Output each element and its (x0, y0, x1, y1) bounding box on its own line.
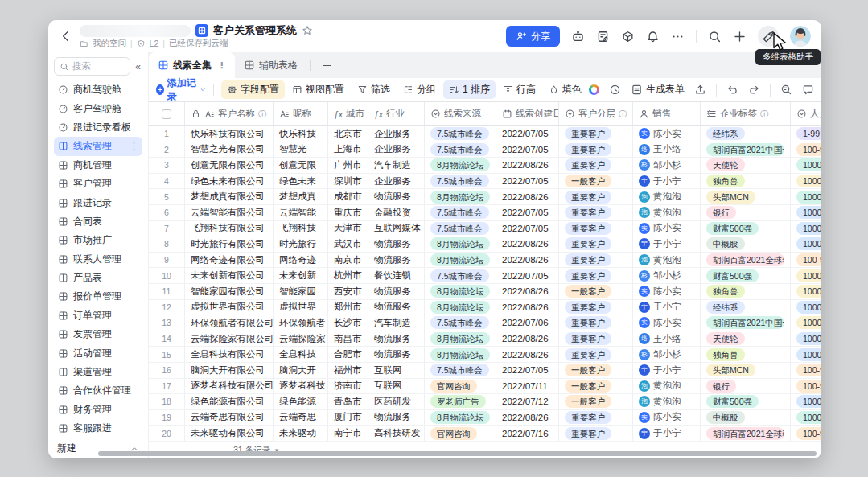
cell-nickname[interactable]: 创意无限 (274, 158, 328, 173)
history-clock-icon[interactable] (609, 84, 621, 96)
cell-company-tags[interactable]: 银行 (701, 205, 791, 220)
cell-nickname[interactable]: 云端智能 (274, 205, 328, 220)
cell-created-date[interactable]: 2022/07/05 (496, 221, 559, 236)
table-row[interactable]: 20未来驱动有限公司未来驱动南宁市高科技研发官网咨询2022/07/16重要客户… (149, 426, 821, 442)
cell-created-date[interactable]: 2022/07/05 (496, 268, 559, 283)
sidebar-item-报价单管理[interactable]: 报价单管理 (54, 287, 142, 306)
cell-industry[interactable]: 互联网媒体 (368, 221, 425, 236)
cell-customer-name[interactable]: 虚拟世界有限公司 (185, 300, 274, 315)
cell-city[interactable]: 厦门市 (328, 410, 368, 426)
select-all-cell[interactable] (149, 102, 185, 125)
row-number[interactable]: 2 (149, 142, 185, 158)
cell-sales[interactable]: 宁于小宁 (633, 426, 701, 441)
cell-lead-source[interactable]: 8月物流论坛 (425, 300, 496, 315)
row-number[interactable]: 16 (149, 363, 185, 378)
cell-created-date[interactable]: 2022/07/05 (496, 205, 559, 220)
cell-sales[interactable]: 泡黄泡泡 (633, 394, 701, 409)
table-row[interactable]: 8时光旅行有限公司时光旅行武汉市物流服务8月物流论坛2022/08/26重要客户… (149, 236, 821, 253)
row-number[interactable]: 15 (149, 347, 185, 362)
table-row[interactable]: 2智慧之光有限公司智慧光上海市企业服务7.5城市峰会2022/07/05重要客户… (149, 142, 821, 158)
cell-people-scale[interactable]: 100-99 (791, 379, 821, 394)
cell-company-tags[interactable]: 胡润百富2021中国十… (701, 315, 791, 331)
select-all-checkbox[interactable] (162, 109, 171, 119)
cell-nickname[interactable]: 云端奇思 (274, 410, 328, 426)
cell-customer-layer[interactable]: 重要客户 (559, 331, 633, 347)
cell-customer-name[interactable]: 未来创新有限公司 (185, 268, 274, 283)
cell-nickname[interactable]: 飞翔科技 (274, 221, 328, 236)
cell-people-scale[interactable]: 100-99 (791, 426, 821, 441)
cell-city[interactable]: 西安市 (328, 284, 368, 299)
row-number[interactable]: 8 (149, 236, 185, 252)
cell-lead-source[interactable]: 官网咨询 (425, 426, 496, 441)
sidebar-item-联系人管理[interactable]: 联系人管理 (54, 250, 142, 269)
cell-created-date[interactable]: 2022/07/05 (496, 126, 559, 142)
cell-industry[interactable]: 金融投资 (368, 205, 425, 220)
cell-lead-source[interactable]: 8月物流论坛 (425, 189, 496, 204)
cell-city[interactable]: 南宁市 (328, 426, 368, 441)
row-number[interactable]: 9 (149, 253, 185, 268)
cell-people-scale[interactable]: 1000-9 (791, 347, 821, 362)
cell-lead-source[interactable]: 7.5城市峰会 (425, 363, 496, 378)
cell-industry[interactable]: 医药研发 (368, 394, 425, 409)
cell-customer-layer[interactable]: 重要客户 (559, 300, 633, 315)
cell-industry[interactable]: 物流服务 (368, 189, 425, 204)
cell-industry[interactable]: 企业服务 (368, 126, 425, 142)
cell-nickname[interactable]: 绿色未来 (274, 174, 328, 189)
table-row[interactable]: 7飞翔科技有限公司飞翔科技天津市互联网媒体7.5城市峰会2022/07/05重要… (149, 221, 821, 237)
row-number[interactable]: 18 (149, 394, 185, 409)
cell-industry[interactable]: 汽车制造 (368, 315, 425, 331)
cell-nickname[interactable]: 云端探险家 (274, 331, 328, 347)
cell-customer-name[interactable]: 逐梦者科技有限公司 (185, 379, 274, 394)
cell-lead-source[interactable]: 7.5城市峰会 (425, 174, 496, 189)
cell-city[interactable]: 重庆市 (328, 205, 368, 220)
toolbar-button-1 排序[interactable]: 1 排序 (443, 80, 496, 99)
column-header-客户名称[interactable]: 客户名称ⓘ (185, 102, 274, 125)
cell-people-scale[interactable]: 10000 (791, 315, 821, 331)
cell-lead-source[interactable]: 8月物流论坛 (425, 410, 496, 426)
cell-people-scale[interactable]: 10000 (791, 189, 821, 204)
cell-industry[interactable]: 汽车制造 (368, 158, 425, 173)
cell-industry[interactable]: 物流服务 (368, 331, 425, 347)
cell-lead-source[interactable]: 8月物流论坛 (425, 331, 496, 347)
cell-company-tags[interactable]: 中概股 (701, 236, 791, 252)
cell-customer-name[interactable]: 智慧之光有限公司 (185, 142, 274, 158)
cell-created-date[interactable]: 2022/07/06 (496, 315, 559, 331)
sidebar-item-活动管理[interactable]: 活动管理 (54, 343, 142, 362)
notification-bell-icon[interactable] (646, 30, 660, 43)
cell-sales[interactable]: 实陈小实 (633, 221, 701, 236)
table-row[interactable]: 14云端探险家有限公司云端探险家南昌市物流服务8月物流论坛2022/08/26重… (149, 331, 821, 347)
cell-customer-name[interactable]: 时光旅行有限公司 (185, 236, 274, 252)
row-number[interactable]: 6 (149, 205, 185, 220)
cell-customer-name[interactable]: 绿色能源有限公司 (185, 394, 274, 409)
cell-sales[interactable]: 宁于小宁 (633, 174, 701, 189)
cell-customer-layer[interactable]: 一般客户 (559, 363, 633, 378)
cell-company-tags[interactable]: 头部MCN (701, 189, 791, 204)
cell-city[interactable]: 天津市 (328, 221, 368, 236)
cell-lead-source[interactable]: 8月物流论坛 (425, 236, 496, 252)
column-header-企业标签[interactable]: 企业标签ⓘ (701, 102, 791, 125)
horizontal-scrollbar[interactable] (98, 451, 817, 456)
sidebar-item-合作伙伴管理[interactable]: 合作伙伴管理 (54, 381, 142, 400)
sidebar-search-input[interactable]: 搜索 (54, 57, 130, 76)
cell-nickname[interactable]: 绿色能源 (274, 394, 328, 409)
new-table-button[interactable]: 新建 (57, 442, 76, 455)
cell-people-scale[interactable]: 1000-9 (791, 221, 821, 236)
cell-created-date[interactable]: 2022/07/05 (496, 174, 559, 189)
cell-nickname[interactable]: 逐梦者科技 (274, 379, 328, 394)
row-number[interactable]: 5 (149, 189, 185, 204)
more-dots-icon[interactable]: ⋮ (217, 60, 226, 71)
widget-box-icon[interactable] (621, 30, 635, 43)
export-share-icon[interactable] (694, 84, 706, 96)
cell-lead-source[interactable]: 7.5城市峰会 (425, 142, 496, 158)
comment-icon[interactable] (802, 84, 814, 96)
cell-industry[interactable]: 餐饮连锁 (368, 268, 425, 283)
cell-company-tags[interactable]: 独角兽 (701, 284, 791, 299)
cell-people-scale[interactable]: 10000 (791, 158, 821, 173)
favorite-star-icon[interactable] (302, 25, 313, 36)
cell-company-tags[interactable]: 天使轮 (701, 158, 791, 173)
cell-lead-source[interactable]: 罗老师广告 (425, 394, 496, 409)
row-number[interactable]: 11 (149, 284, 185, 299)
cell-sales[interactable]: 实陈小实 (633, 410, 701, 426)
cell-customer-layer[interactable]: 重要客户 (559, 236, 633, 252)
sidebar-item-渠道管理[interactable]: 渠道管理 (54, 363, 142, 381)
